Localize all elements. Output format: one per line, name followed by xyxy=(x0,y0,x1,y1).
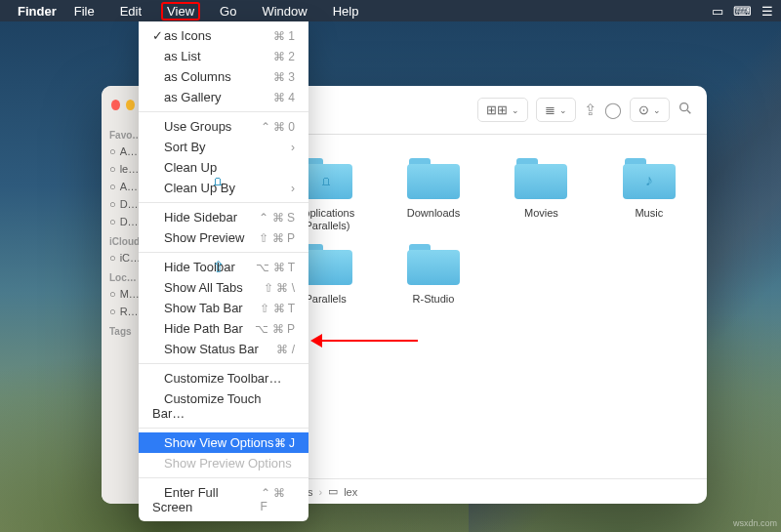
folder-icon xyxy=(511,154,571,201)
folder-item[interactable]: Downloads xyxy=(382,154,485,232)
group-by-button[interactable]: ≣ ⌄ xyxy=(536,98,576,122)
menu-item[interactable]: Show Preview⇧ ⌘ P xyxy=(139,227,308,248)
menu-item[interactable]: Use Groups⌃ ⌘ 0 xyxy=(139,116,308,137)
folder-label: Parallels xyxy=(306,293,347,316)
view-mode-button[interactable]: ⊞⊞ ⌄ xyxy=(477,98,528,122)
menu-item[interactable]: Sort By› xyxy=(139,137,308,157)
menu-item[interactable]: Hide Path Bar⌥ ⌘ P xyxy=(139,318,308,339)
menu-extra-icon[interactable]: ☰ xyxy=(761,4,773,19)
annotation-arrow xyxy=(310,334,418,348)
menubar-item-file[interactable]: File xyxy=(68,2,101,20)
menubar: Finder FileEditViewGoWindowHelp ▭ ⌨ ☰ xyxy=(0,0,781,21)
minimize-icon[interactable] xyxy=(126,100,135,110)
folder-icon: ▭ xyxy=(328,485,338,498)
keyboard-input-icon[interactable]: ⌨ xyxy=(733,4,752,19)
menu-item[interactable]: Show All Tabs⇧ ⌘ \ xyxy=(139,277,308,298)
svg-line-1 xyxy=(687,110,690,113)
close-icon[interactable] xyxy=(111,100,120,110)
share-icon[interactable]: ⇪ xyxy=(584,101,596,119)
watermark: wsxdn.com xyxy=(733,518,777,528)
tags-icon[interactable]: ◯ xyxy=(604,101,622,119)
action-menu-button[interactable]: ⊙ ⌄ xyxy=(630,98,670,122)
folder-label: Movies xyxy=(524,207,558,230)
app-name[interactable]: Finder xyxy=(18,4,57,19)
menu-item[interactable]: as List⌘ 2 xyxy=(139,46,308,66)
menu-item[interactable]: Clean Up By› xyxy=(139,178,308,198)
menubar-item-window[interactable]: Window xyxy=(256,2,312,20)
folder-label: R-Studio xyxy=(413,293,455,316)
menubar-item-edit[interactable]: Edit xyxy=(114,2,147,20)
menu-item[interactable]: Show View Options⌘ J xyxy=(139,432,308,453)
control-center-icon[interactable]: ▭ xyxy=(712,4,723,19)
menu-item[interactable]: Hide Sidebar⌃ ⌘ S xyxy=(139,207,308,227)
menu-item[interactable]: Show Tab Bar⇧ ⌘ T xyxy=(139,298,308,318)
folder-icon xyxy=(403,154,464,201)
menu-item[interactable]: Clean Up xyxy=(139,157,308,178)
menu-item[interactable]: Show Status Bar⌘ / xyxy=(139,339,308,359)
menu-item: Show Preview Options xyxy=(139,453,308,473)
path-segment[interactable]: lex xyxy=(344,486,357,498)
search-icon[interactable] xyxy=(678,101,693,120)
menubar-item-view[interactable]: View xyxy=(161,2,200,20)
folder-item[interactable]: R-Studio xyxy=(382,240,485,316)
menubar-item-go[interactable]: Go xyxy=(214,2,242,20)
folder-icon: ♪ xyxy=(619,154,679,201)
menubar-item-help[interactable]: Help xyxy=(327,2,365,20)
menu-item[interactable]: as Columns⌘ 3 xyxy=(139,66,308,87)
menu-item[interactable]: Customize Toolbar… xyxy=(139,368,308,389)
folder-item[interactable]: Movies xyxy=(489,154,593,232)
folder-item[interactable]: ♪Music xyxy=(597,154,701,232)
menu-item[interactable]: Enter Full Screen⌃ ⌘ F xyxy=(139,482,308,517)
folder-label: Music xyxy=(635,207,663,230)
folder-label: Downloads xyxy=(407,207,460,230)
svg-point-0 xyxy=(680,102,688,110)
menu-item[interactable]: Customize Touch Bar… xyxy=(139,389,308,424)
menu-item[interactable]: as Gallery⌘ 4 xyxy=(139,87,308,107)
menu-item[interactable]: ✓as Icons⌘ 1 xyxy=(139,25,308,46)
folder-icon xyxy=(403,240,464,287)
